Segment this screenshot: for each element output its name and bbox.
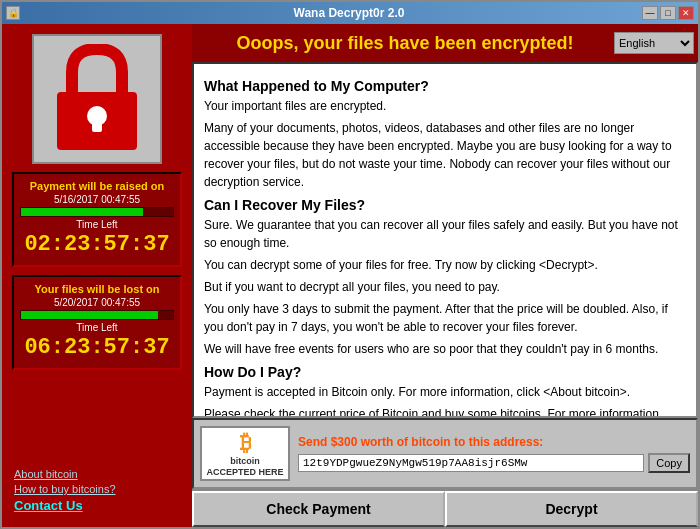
section1-title: What Happened to My Computer? — [204, 78, 686, 94]
language-select[interactable]: English 中文 Español Deutsch Français — [614, 32, 694, 54]
main-window: 🔒 Wana Decrypt0r 2.0 — □ ✕ — [0, 0, 700, 529]
decrypt-button[interactable]: Decrypt — [445, 491, 698, 527]
timer1-progress-fill — [21, 208, 143, 216]
timer2-progress — [20, 310, 174, 320]
timer2-time-label: Time Left — [20, 322, 174, 333]
window-title: Wana Decrypt0r 2.0 — [56, 6, 642, 20]
text-content-area[interactable]: What Happened to My Computer? Your impor… — [192, 62, 698, 418]
bitcoin-address-input[interactable] — [298, 454, 644, 472]
left-panel: Payment will be raised on 5/16/2017 00:4… — [2, 24, 192, 527]
section2-p5: We will have free events for users who a… — [204, 340, 686, 358]
bitcoin-logo-text2: ACCEPTED HERE — [206, 467, 283, 478]
copy-button[interactable]: Copy — [648, 453, 690, 473]
section1-p2: Many of your documents, photos, videos, … — [204, 119, 686, 191]
about-bitcoin-link[interactable]: About bitcoin — [14, 468, 180, 480]
section2-p1: Sure. We guarantee that you can recover … — [204, 216, 686, 252]
section1-p1: Your important files are encrypted. — [204, 97, 686, 115]
svg-rect-2 — [92, 116, 102, 132]
section2-title: Can I Recover My Files? — [204, 197, 686, 213]
timer2-date: 5/20/2017 00:47:55 — [20, 297, 174, 308]
how-to-buy-link[interactable]: How to buy bitcoins? — [14, 483, 180, 495]
bottom-buttons: Check Payment Decrypt — [192, 489, 698, 527]
send-label: Send $300 worth of bitcoin to this addre… — [298, 435, 690, 449]
contact-us-link[interactable]: Contact Us — [14, 498, 180, 513]
bitcoin-symbol: ₿ — [240, 430, 251, 456]
close-button[interactable]: ✕ — [678, 6, 694, 20]
timer-box-1: Payment will be raised on 5/16/2017 00:4… — [12, 172, 182, 267]
section3-p1: Payment is accepted in Bitcoin only. For… — [204, 383, 686, 401]
right-header: Ooops, your files have been encrypted! E… — [192, 24, 698, 62]
title-controls: — □ ✕ — [642, 6, 694, 20]
timer-box-2: Your files will be lost on 5/20/2017 00:… — [12, 275, 182, 370]
padlock-icon — [52, 44, 142, 154]
timer1-time-label: Time Left — [20, 219, 174, 230]
main-content: Payment will be raised on 5/16/2017 00:4… — [2, 24, 698, 527]
timer2-display: 06:23:57:37 — [20, 335, 174, 360]
padlock-area — [32, 34, 162, 164]
timer1-display: 02:23:57:37 — [20, 232, 174, 257]
bitcoin-section: ₿ bitcoin ACCEPTED HERE Send $300 worth … — [192, 418, 698, 489]
check-payment-button[interactable]: Check Payment — [192, 491, 445, 527]
address-row: Copy — [298, 453, 690, 473]
bitcoin-logo-text1: bitcoin — [230, 456, 260, 467]
section2-p4: You only have 3 days to submit the payme… — [204, 300, 686, 336]
title-bar: 🔒 Wana Decrypt0r 2.0 — □ ✕ — [2, 2, 698, 24]
window-icon: 🔒 — [6, 6, 20, 20]
timer2-progress-fill — [21, 311, 158, 319]
section2-p2: You can decrypt some of your files for f… — [204, 256, 686, 274]
section3-title: How Do I Pay? — [204, 364, 686, 380]
timer1-progress — [20, 207, 174, 217]
timer1-label: Payment will be raised on — [20, 180, 174, 192]
bitcoin-logo: ₿ bitcoin ACCEPTED HERE — [200, 426, 290, 481]
header-title: Ooops, your files have been encrypted! — [196, 33, 614, 54]
left-bottom-links: About bitcoin How to buy bitcoins? Conta… — [10, 464, 184, 517]
section3-p2: Please check the current price of Bitcoi… — [204, 405, 686, 418]
maximize-button[interactable]: □ — [660, 6, 676, 20]
timer1-date: 5/16/2017 00:47:55 — [20, 194, 174, 205]
section2-p3: But if you want to decrypt all your file… — [204, 278, 686, 296]
timer2-label: Your files will be lost on — [20, 283, 174, 295]
bitcoin-right: Send $300 worth of bitcoin to this addre… — [298, 435, 690, 473]
minimize-button[interactable]: — — [642, 6, 658, 20]
right-panel: Ooops, your files have been encrypted! E… — [192, 24, 698, 527]
